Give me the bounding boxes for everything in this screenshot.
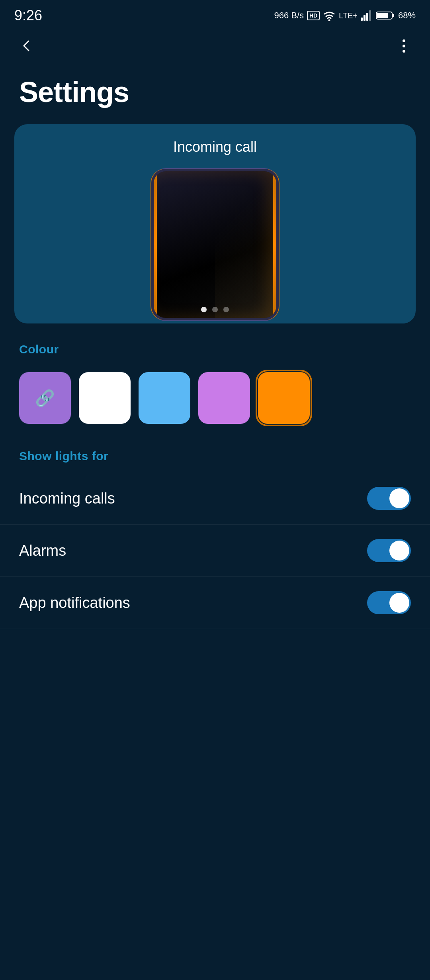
toggle-thumb-app-notifications	[389, 593, 409, 613]
battery-icon	[376, 10, 395, 21]
dot-3	[403, 50, 405, 53]
status-time: 9:26	[14, 7, 42, 24]
svg-point-2	[328, 20, 330, 22]
swatch-blue[interactable]	[139, 372, 190, 424]
svg-rect-8	[392, 14, 394, 17]
signal-icon	[361, 10, 373, 21]
swatch-purple[interactable]	[198, 372, 250, 424]
status-icons: 966 B/s HD LTE+ 68%	[274, 10, 416, 21]
swatch-white[interactable]	[79, 372, 131, 424]
carousel-dot-2[interactable]	[212, 307, 218, 312]
alarms-label: Alarms	[19, 542, 66, 559]
swatch-orange[interactable]	[258, 372, 310, 424]
lte-icon: LTE+	[339, 11, 358, 20]
show-lights-section: Incoming calls Alarms App notifications	[0, 472, 430, 645]
svg-rect-4	[364, 15, 366, 21]
app-notifications-label: App notifications	[19, 594, 130, 612]
incoming-calls-toggle[interactable]	[367, 487, 411, 510]
page-title: Settings	[0, 64, 430, 124]
more-options-button[interactable]	[392, 34, 416, 58]
svg-rect-3	[361, 18, 363, 21]
show-lights-section-header: Show lights for	[0, 430, 430, 472]
alarms-toggle[interactable]	[367, 539, 411, 562]
svg-rect-5	[366, 13, 368, 21]
battery-percent: 68%	[398, 10, 416, 21]
svg-text:HD: HD	[309, 12, 317, 19]
network-speed: 966 B/s	[274, 10, 304, 21]
preview-label: Incoming call	[173, 124, 257, 165]
color-swatches: 🔗	[0, 366, 430, 430]
swatch-link[interactable]: 🔗	[19, 372, 71, 424]
phone-right-glow	[273, 171, 276, 318]
status-bar: 9:26 966 B/s HD LTE+ 68%	[0, 0, 430, 28]
carousel-dots	[201, 307, 229, 312]
colour-section-header: Colour	[0, 323, 430, 366]
carousel-dot-3[interactable]	[223, 307, 229, 312]
setting-item-incoming-calls: Incoming calls	[0, 472, 430, 525]
dot-1	[403, 39, 405, 42]
toggle-thumb-alarms	[389, 541, 409, 561]
toggle-thumb-incoming-calls	[389, 488, 409, 508]
app-notifications-toggle[interactable]	[367, 591, 411, 614]
hd-icon: HD	[307, 11, 320, 20]
back-button[interactable]	[14, 34, 38, 58]
setting-item-app-notifications: App notifications	[0, 577, 430, 629]
carousel-dot-1[interactable]	[201, 307, 207, 312]
phone-illustration	[151, 169, 279, 320]
setting-item-alarms: Alarms	[0, 525, 430, 577]
nav-bar	[0, 28, 430, 64]
preview-card: Incoming call	[14, 124, 416, 323]
svg-rect-6	[369, 10, 371, 21]
dot-2	[403, 45, 405, 47]
link-icon: 🔗	[35, 389, 55, 408]
phone-left-glow	[154, 171, 157, 318]
incoming-calls-label: Incoming calls	[19, 490, 115, 507]
wifi-icon	[323, 10, 336, 21]
svg-rect-9	[377, 13, 388, 18]
